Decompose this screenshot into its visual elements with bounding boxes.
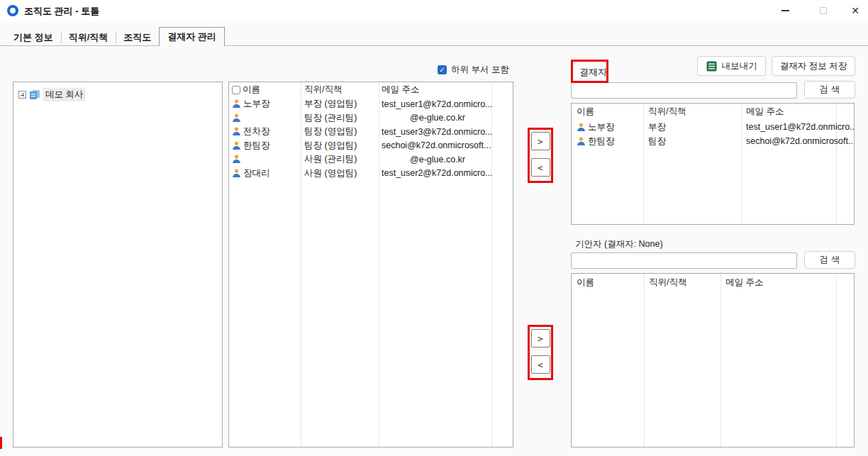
tab-basic-info[interactable]: 기본 정보 [6, 28, 61, 46]
table-row[interactable]: 전차장팀장 (영업팀)test_user3@k72d.onmicro... [229, 125, 513, 139]
org-members-table-header: 이름 직위/직책 메일 주소 [229, 82, 513, 97]
tab-org-chart[interactable]: 조직도 [116, 28, 159, 46]
tab-approver-management[interactable]: 결재자 관리 [159, 27, 225, 46]
red-edge-artifact [0, 437, 2, 449]
approver-search-button[interactable]: 검 색 [804, 81, 855, 99]
person-icon [232, 141, 241, 150]
person-icon [577, 123, 586, 132]
approver-section-label: 결재자 [579, 66, 607, 79]
close-button[interactable]: ✕ [842, 0, 868, 21]
approver-transfer-highlight: > < [528, 128, 553, 183]
remove-approver-button[interactable]: < [531, 158, 550, 177]
row-email: test_user2@k72d.onmicro... [379, 168, 513, 178]
header-position: 직위/직책 [644, 277, 720, 289]
org-members-table: 이름 직위/직책 메일 주소 노부장부장 (영업팀)test_user1@k72… [228, 82, 513, 447]
row-position: 팀장 [643, 135, 741, 148]
person-icon [232, 99, 241, 109]
add-approver-button[interactable]: > [531, 132, 550, 150]
header-position: 직위/직책 [301, 84, 379, 96]
table-row[interactable]: 한팀장팀장sechoi@k72d.onmicrosoft... [572, 134, 854, 148]
remove-drafter-button[interactable]: < [531, 355, 550, 374]
header-position: 직위/직책 [643, 106, 741, 118]
excel-icon [706, 61, 717, 72]
row-name: 노부장 [588, 121, 615, 133]
tree-item-demo-company[interactable]: 데모 회사 [18, 88, 85, 101]
table-row[interactable]: 장대리사원 (영업팀)test_user2@k72d.onmicro... [229, 167, 513, 181]
drafter-search-button-label: 검 색 [820, 254, 840, 266]
approver-table-header: 이름 직위/직책 메일 주소 [572, 104, 854, 120]
row-position: 팀장 (관리팀) [301, 112, 379, 124]
save-approver-info-button[interactable]: 결재자 정보 저장 [772, 56, 855, 76]
table-row[interactable]: 노부장부장 (영업팀)test_user1@k72d.onmicro... [229, 97, 513, 111]
row-email: sechoi@k72d.onmicrosoft... [741, 136, 854, 146]
row-position: 부장 [643, 121, 741, 133]
expand-plus-icon[interactable] [18, 91, 26, 99]
row-email: test_user1@k72d.onmicro... [741, 122, 854, 132]
row-position: 부장 (영업팀) [301, 98, 379, 110]
row-email: @e-glue.co.kr [379, 113, 513, 123]
header-name: 이름 [572, 106, 643, 118]
org-members-table-body: 노부장부장 (영업팀)test_user1@k72d.onmicro...팀장 … [229, 97, 513, 180]
include-sub-depts-label: 하위 부서 포함 [451, 64, 509, 76]
row-position: 팀장 (영업팀) [301, 140, 379, 152]
row-name: 한팀장 [243, 140, 270, 152]
row-email: test_user1@k72d.onmicro... [379, 99, 513, 109]
person-icon [232, 127, 241, 136]
row-name: 장대리 [243, 167, 270, 179]
table-row[interactable]: 사원 (관리팀)@e-glue.co.kr [229, 152, 513, 167]
save-button-label: 결재자 정보 저장 [780, 60, 847, 72]
column-divider [644, 274, 645, 447]
row-position: 사원 (영업팀) [301, 167, 379, 179]
select-all-checkbox[interactable] [232, 86, 240, 94]
maximize-button[interactable] [807, 0, 840, 21]
table-row[interactable]: 한팀장팀장 (영업팀)sechoi@k72d.onmicrosoft... [229, 139, 513, 153]
app-logo-icon [7, 5, 18, 16]
row-name: 한팀장 [588, 135, 615, 148]
row-email: sechoi@k72d.onmicrosoft... [379, 140, 513, 150]
approver-table: 이름 직위/직책 메일 주소 노부장부장test_user1@k72d.onmi… [571, 103, 855, 225]
table-row[interactable]: 노부장부장test_user1@k72d.onmicro... [572, 120, 854, 134]
row-email: @e-glue.co.kr [379, 155, 513, 165]
drafter-search-input[interactable] [571, 252, 797, 269]
header-email: 메일 주소 [720, 277, 854, 289]
include-sub-depts-row: ✓ 하위 부서 포함 [438, 64, 509, 76]
tab-position-title[interactable]: 직위/직책 [61, 28, 116, 46]
app-window: 조직도 관리 - 토틀 ✕ 기본 정보 직위/직책 조직도 결재자 관리 ✓ 하… [0, 0, 868, 456]
add-drafter-button[interactable]: > [531, 329, 550, 347]
close-icon: ✕ [851, 6, 859, 16]
header-name: 이름 [572, 277, 644, 289]
drafter-transfer-highlight: > < [528, 325, 553, 380]
approver-search-input[interactable] [571, 82, 797, 99]
drafter-section-label: 기안자 (결재자: None) [575, 238, 663, 250]
column-divider [720, 274, 721, 447]
row-name: 전차장 [243, 126, 270, 138]
org-tree-panel: 데모 회사 [13, 82, 223, 447]
person-icon [232, 113, 241, 123]
window-title: 조직도 관리 - 토틀 [24, 5, 99, 18]
tree-item-label: 데모 회사 [43, 88, 85, 101]
include-sub-depts-checkbox[interactable]: ✓ [438, 65, 447, 74]
approver-table-body: 노부장부장test_user1@k72d.onmicro...한팀장팀장sech… [572, 120, 854, 148]
organization-icon [29, 89, 40, 100]
export-button[interactable]: 내보내기 [697, 56, 766, 76]
export-button-label: 내보내기 [722, 60, 757, 72]
row-position: 팀장 (영업팀) [301, 126, 379, 138]
minimize-icon [781, 10, 789, 11]
header-email: 메일 주소 [741, 106, 854, 118]
drafter-search-button[interactable]: 검 색 [804, 251, 855, 269]
approver-search-button-label: 검 색 [820, 84, 840, 96]
person-icon [232, 155, 241, 164]
row-name: 노부장 [243, 98, 270, 110]
column-divider [836, 274, 837, 447]
person-icon [232, 169, 241, 178]
maximize-icon [820, 7, 827, 14]
drafter-table-header: 이름 직위/직책 메일 주소 [572, 274, 854, 291]
table-row[interactable]: 팀장 (관리팀)@e-glue.co.kr [229, 111, 513, 126]
minimize-button[interactable] [769, 0, 801, 21]
person-icon [577, 137, 586, 146]
row-email: test_user3@k72d.onmicro... [379, 127, 513, 137]
drafter-table: 이름 직위/직책 메일 주소 [571, 273, 855, 447]
title-bar: 조직도 관리 - 토틀 ✕ [0, 0, 868, 21]
header-name: 이름 [243, 84, 260, 96]
approver-label-highlight: 결재자 [571, 60, 608, 83]
